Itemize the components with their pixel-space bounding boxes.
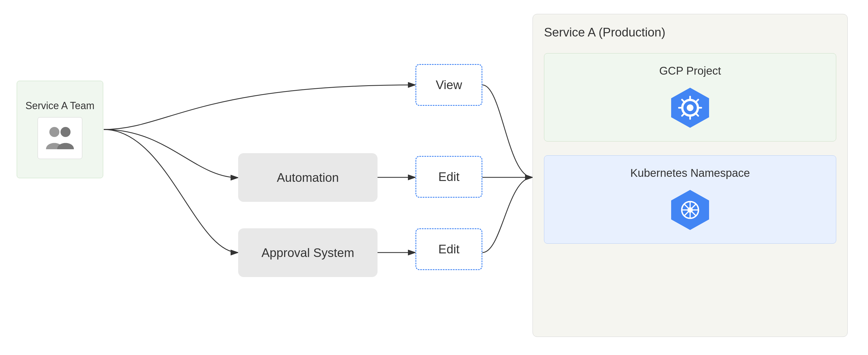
production-title: Service A (Production) (544, 25, 836, 39)
automation-box: Automation (238, 153, 377, 202)
view-permission-box: View (415, 64, 483, 106)
production-outer-box: Service A (Production) GCP Project Kuber… (533, 14, 848, 337)
gcp-project-title: GCP Project (659, 65, 721, 77)
approval-system-label: Approval System (261, 246, 354, 260)
team-box: Service A Team (17, 81, 103, 178)
kubernetes-icon (668, 188, 712, 232)
edit-permission-label-2: Edit (438, 242, 460, 256)
team-label: Service A Team (25, 100, 94, 112)
approval-system-box: Approval System (238, 228, 377, 277)
automation-label: Automation (277, 171, 339, 185)
edit-permission-label-1: Edit (438, 170, 460, 184)
kubernetes-namespace-title: Kubernetes Namespace (630, 167, 750, 179)
canvas: Service A Team Automation Approval Syste… (0, 0, 868, 355)
gcp-project-box: GCP Project (544, 53, 836, 141)
svg-point-1 (49, 127, 59, 137)
edit-permission-box-2: Edit (415, 228, 483, 270)
edit-permission-box-1: Edit (415, 156, 483, 198)
svg-point-5 (687, 104, 693, 111)
kubernetes-namespace-box: Kubernetes Namespace (544, 155, 836, 244)
team-icon-container (38, 117, 82, 159)
people-icon (43, 124, 77, 152)
view-permission-label: View (436, 78, 462, 92)
gcp-icon (668, 85, 712, 130)
svg-point-2 (61, 127, 70, 137)
